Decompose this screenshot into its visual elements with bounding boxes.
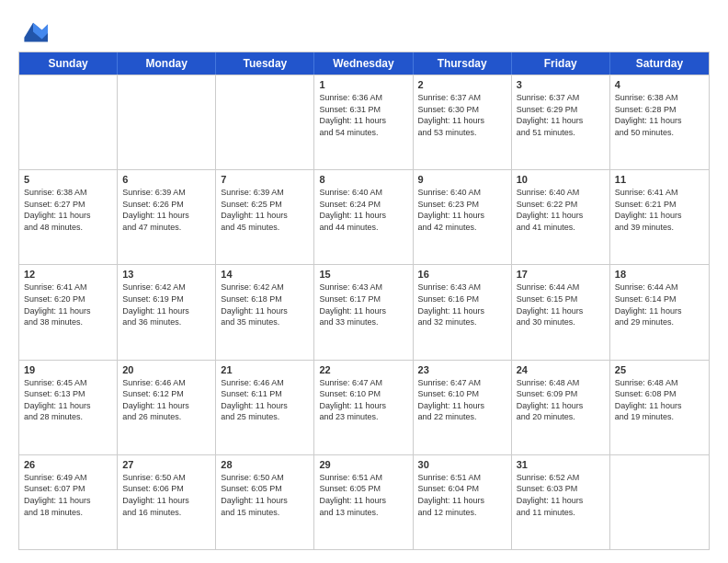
day-headers: SundayMondayTuesdayWednesdayThursdayFrid… (19, 52, 709, 75)
day-cell (216, 75, 314, 169)
logo-icon (18, 17, 48, 42)
day-cell: 18Sunrise: 6:44 AM Sunset: 6:14 PM Dayli… (610, 265, 709, 359)
day-number: 21 (221, 364, 309, 375)
day-header: Sunday (19, 52, 118, 75)
day-info: Sunrise: 6:49 AM Sunset: 6:07 PM Dayligh… (24, 472, 112, 518)
day-header: Wednesday (314, 52, 413, 75)
day-info: Sunrise: 6:46 AM Sunset: 6:11 PM Dayligh… (221, 377, 309, 423)
logo (18, 17, 51, 42)
day-cell: 17Sunrise: 6:44 AM Sunset: 6:15 PM Dayli… (512, 265, 610, 359)
day-number: 24 (517, 364, 605, 375)
day-number: 16 (418, 269, 506, 280)
day-number: 25 (615, 364, 704, 375)
day-info: Sunrise: 6:40 AM Sunset: 6:22 PM Dayligh… (517, 187, 605, 233)
day-info: Sunrise: 6:41 AM Sunset: 6:21 PM Dayligh… (615, 187, 704, 233)
day-number: 26 (24, 459, 112, 470)
day-info: Sunrise: 6:39 AM Sunset: 6:25 PM Dayligh… (221, 187, 309, 233)
day-info: Sunrise: 6:44 AM Sunset: 6:15 PM Dayligh… (517, 282, 605, 327)
day-info: Sunrise: 6:37 AM Sunset: 6:29 PM Dayligh… (517, 92, 605, 138)
day-info: Sunrise: 6:50 AM Sunset: 6:06 PM Dayligh… (122, 472, 210, 518)
day-cell (19, 75, 118, 169)
day-cell: 24Sunrise: 6:48 AM Sunset: 6:09 PM Dayli… (512, 361, 610, 454)
day-info: Sunrise: 6:42 AM Sunset: 6:19 PM Dayligh… (122, 282, 210, 327)
day-info: Sunrise: 6:51 AM Sunset: 6:04 PM Dayligh… (418, 472, 506, 518)
day-info: Sunrise: 6:40 AM Sunset: 6:24 PM Dayligh… (319, 187, 407, 233)
day-cell: 19Sunrise: 6:45 AM Sunset: 6:13 PM Dayli… (19, 361, 118, 454)
day-cell: 25Sunrise: 6:48 AM Sunset: 6:08 PM Dayli… (610, 361, 709, 454)
day-number: 20 (122, 364, 210, 375)
day-cell: 13Sunrise: 6:42 AM Sunset: 6:19 PM Dayli… (118, 265, 216, 359)
day-cell: 4Sunrise: 6:38 AM Sunset: 6:28 PM Daylig… (610, 75, 709, 169)
day-number: 3 (517, 79, 605, 90)
day-number: 6 (122, 174, 210, 185)
day-number: 8 (319, 174, 407, 185)
day-info: Sunrise: 6:48 AM Sunset: 6:08 PM Dayligh… (615, 377, 704, 423)
day-info: Sunrise: 6:47 AM Sunset: 6:10 PM Dayligh… (418, 377, 506, 423)
day-number: 19 (24, 364, 112, 375)
day-info: Sunrise: 6:46 AM Sunset: 6:12 PM Dayligh… (122, 377, 210, 423)
day-number: 14 (221, 269, 309, 280)
calendar: SundayMondayTuesdayWednesdayThursdayFrid… (18, 52, 710, 550)
day-number: 7 (221, 174, 309, 185)
day-cell: 16Sunrise: 6:43 AM Sunset: 6:16 PM Dayli… (414, 265, 512, 359)
weeks: 1Sunrise: 6:36 AM Sunset: 6:31 PM Daylig… (19, 75, 709, 549)
day-cell: 10Sunrise: 6:40 AM Sunset: 6:22 PM Dayli… (512, 170, 610, 264)
day-cell: 12Sunrise: 6:41 AM Sunset: 6:20 PM Dayli… (19, 265, 118, 359)
day-number: 4 (615, 79, 704, 90)
week-row: 26Sunrise: 6:49 AM Sunset: 6:07 PM Dayli… (19, 454, 709, 549)
day-header: Friday (512, 52, 610, 75)
day-cell: 5Sunrise: 6:38 AM Sunset: 6:27 PM Daylig… (19, 170, 118, 264)
day-info: Sunrise: 6:51 AM Sunset: 6:05 PM Dayligh… (319, 472, 407, 518)
day-info: Sunrise: 6:52 AM Sunset: 6:03 PM Dayligh… (517, 472, 605, 518)
day-info: Sunrise: 6:43 AM Sunset: 6:17 PM Dayligh… (319, 282, 407, 327)
day-number: 5 (24, 174, 112, 185)
day-cell: 21Sunrise: 6:46 AM Sunset: 6:11 PM Dayli… (216, 361, 314, 454)
day-cell: 29Sunrise: 6:51 AM Sunset: 6:05 PM Dayli… (314, 455, 413, 549)
day-cell: 8Sunrise: 6:40 AM Sunset: 6:24 PM Daylig… (314, 170, 413, 264)
day-info: Sunrise: 6:38 AM Sunset: 6:28 PM Dayligh… (615, 92, 704, 138)
day-cell: 3Sunrise: 6:37 AM Sunset: 6:29 PM Daylig… (512, 75, 610, 169)
day-number: 1 (319, 79, 407, 90)
day-number: 18 (615, 269, 704, 280)
day-info: Sunrise: 6:45 AM Sunset: 6:13 PM Dayligh… (24, 377, 112, 423)
day-number: 22 (319, 364, 407, 375)
day-cell: 30Sunrise: 6:51 AM Sunset: 6:04 PM Dayli… (414, 455, 512, 549)
day-cell: 11Sunrise: 6:41 AM Sunset: 6:21 PM Dayli… (610, 170, 709, 264)
day-cell: 9Sunrise: 6:40 AM Sunset: 6:23 PM Daylig… (414, 170, 512, 264)
day-cell (610, 455, 709, 549)
day-cell: 14Sunrise: 6:42 AM Sunset: 6:18 PM Dayli… (216, 265, 314, 359)
day-info: Sunrise: 6:40 AM Sunset: 6:23 PM Dayligh… (418, 187, 506, 233)
day-info: Sunrise: 6:38 AM Sunset: 6:27 PM Dayligh… (24, 187, 112, 233)
day-number: 13 (122, 269, 210, 280)
day-number: 11 (615, 174, 704, 185)
day-cell: 7Sunrise: 6:39 AM Sunset: 6:25 PM Daylig… (216, 170, 314, 264)
day-cell: 1Sunrise: 6:36 AM Sunset: 6:31 PM Daylig… (314, 75, 413, 169)
day-number: 17 (517, 269, 605, 280)
day-cell: 15Sunrise: 6:43 AM Sunset: 6:17 PM Dayli… (314, 265, 413, 359)
day-info: Sunrise: 6:44 AM Sunset: 6:14 PM Dayligh… (615, 282, 704, 327)
day-header: Saturday (610, 52, 709, 75)
day-cell: 22Sunrise: 6:47 AM Sunset: 6:10 PM Dayli… (314, 361, 413, 454)
day-number: 27 (122, 459, 210, 470)
week-row: 12Sunrise: 6:41 AM Sunset: 6:20 PM Dayli… (19, 264, 709, 359)
day-number: 23 (418, 364, 506, 375)
day-number: 31 (517, 459, 605, 470)
day-info: Sunrise: 6:41 AM Sunset: 6:20 PM Dayligh… (24, 282, 112, 327)
day-number: 9 (418, 174, 506, 185)
day-number: 10 (517, 174, 605, 185)
day-info: Sunrise: 6:36 AM Sunset: 6:31 PM Dayligh… (319, 92, 407, 138)
week-row: 1Sunrise: 6:36 AM Sunset: 6:31 PM Daylig… (19, 75, 709, 169)
day-cell: 28Sunrise: 6:50 AM Sunset: 6:05 PM Dayli… (216, 455, 314, 549)
day-info: Sunrise: 6:48 AM Sunset: 6:09 PM Dayligh… (517, 377, 605, 423)
day-number: 30 (418, 459, 506, 470)
day-cell (118, 75, 216, 169)
day-cell: 26Sunrise: 6:49 AM Sunset: 6:07 PM Dayli… (19, 455, 118, 549)
day-info: Sunrise: 6:42 AM Sunset: 6:18 PM Dayligh… (221, 282, 309, 327)
week-row: 19Sunrise: 6:45 AM Sunset: 6:13 PM Dayli… (19, 360, 709, 454)
day-cell: 31Sunrise: 6:52 AM Sunset: 6:03 PM Dayli… (512, 455, 610, 549)
day-cell: 20Sunrise: 6:46 AM Sunset: 6:12 PM Dayli… (118, 361, 216, 454)
day-number: 12 (24, 269, 112, 280)
day-cell: 27Sunrise: 6:50 AM Sunset: 6:06 PM Dayli… (118, 455, 216, 549)
day-header: Thursday (414, 52, 512, 75)
day-cell: 2Sunrise: 6:37 AM Sunset: 6:30 PM Daylig… (414, 75, 512, 169)
